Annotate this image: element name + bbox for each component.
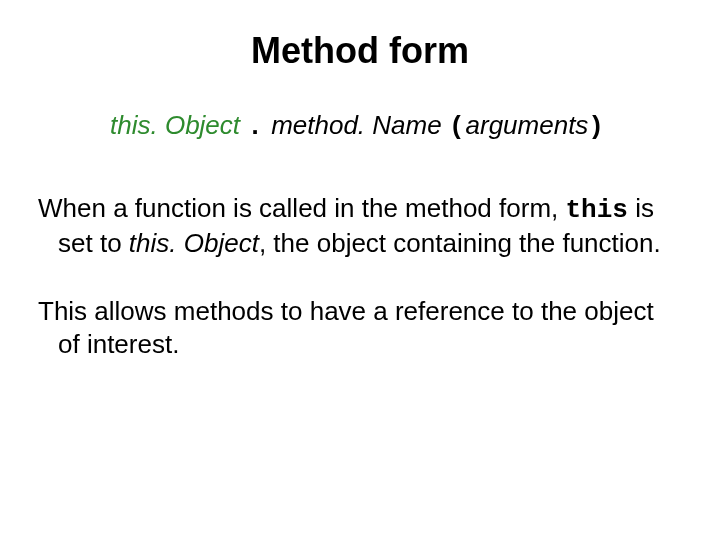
syntax-open-paren: ( [449, 112, 466, 142]
syntax-this-object: this. Object [110, 110, 240, 140]
para1-this-keyword: this [566, 195, 628, 225]
para1-this-object: this. Object [129, 228, 259, 258]
syntax-method-name: method. Name [271, 110, 442, 140]
syntax-close-paren: ) [588, 112, 605, 142]
para1-post: , the object containing the function. [259, 228, 661, 258]
syntax-line: this. Object . method. Name (arguments) [110, 110, 720, 142]
para2-text: This allows methods to have a reference … [38, 295, 682, 362]
slide: Method form this. Object . method. Name … [0, 30, 720, 540]
para1-pre: When a function is called in the method … [38, 193, 566, 223]
paragraph-2: This allows methods to have a reference … [38, 295, 682, 362]
paragraph-1: When a function is called in the method … [38, 192, 682, 261]
syntax-arguments: arguments [466, 110, 589, 140]
syntax-dot: . [247, 112, 264, 142]
slide-title: Method form [0, 30, 720, 72]
